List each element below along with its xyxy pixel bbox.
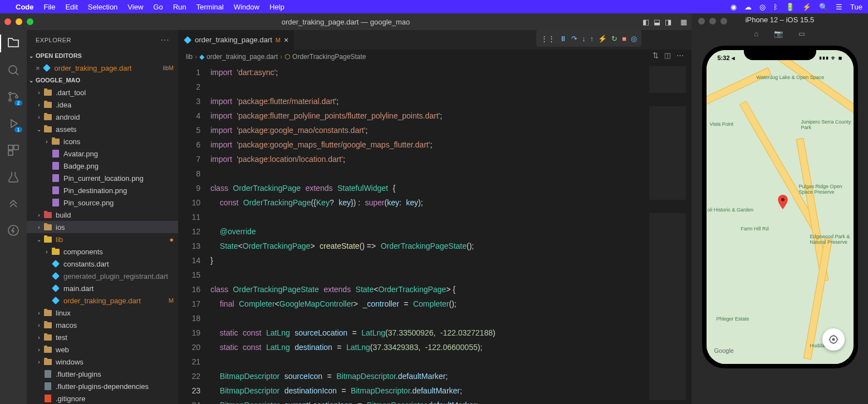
stop-icon[interactable]: ■ [622, 35, 626, 43]
extensions-activity[interactable] [6, 142, 21, 158]
layout-customize-icon[interactable]: ▦ [680, 18, 687, 26]
close-window-button[interactable] [4, 18, 11, 25]
hot-reload-icon[interactable]: ⚡ [598, 35, 607, 43]
svg-point-7 [8, 225, 18, 235]
split-icon[interactable]: ◫ [664, 51, 671, 60]
tree-item[interactable]: ›macos [27, 319, 178, 331]
close-tab-icon[interactable]: × [284, 36, 288, 45]
devtools-icon[interactable]: ◎ [631, 35, 637, 43]
tree-item[interactable]: order_traking_page.dartM [27, 294, 178, 307]
menu-window[interactable]: Window [234, 3, 259, 11]
tree-item[interactable]: ›windows [27, 356, 178, 368]
sim-minimize-button[interactable] [709, 18, 716, 24]
step-into-icon[interactable]: ↓ [582, 35, 586, 43]
home-icon[interactable]: ⌂ [754, 29, 759, 38]
sim-close-button[interactable] [698, 18, 705, 24]
testing-activity[interactable] [6, 169, 21, 185]
code-editor[interactable]: 123456789101112131415161718192021222324 … [178, 64, 692, 404]
sim-maximize-button[interactable] [720, 18, 727, 24]
svg-point-2 [9, 99, 11, 101]
battery-icon[interactable]: 🔋 [786, 3, 795, 11]
restart-icon[interactable]: ↻ [611, 35, 617, 43]
activity-bar: 2 1 [0, 30, 27, 404]
record-icon[interactable]: ◉ [730, 3, 737, 11]
menu-help[interactable]: Help [269, 3, 285, 11]
tree-item[interactable]: ⌄lib● [27, 233, 178, 245]
tree-item[interactable]: constants.dart [27, 258, 178, 270]
source-control-activity[interactable]: 2 [6, 89, 21, 105]
more-icon[interactable]: ⋯ [676, 51, 684, 60]
tree-item[interactable]: Badge.png [27, 160, 178, 172]
debug-toolbar[interactable]: ⋮⋮ ⏸ ↷ ↓ ↑ ⚡ ↻ ■ ◎ [536, 30, 641, 47]
minimap[interactable] [647, 64, 692, 404]
tree-item[interactable]: Pin_source.png [27, 196, 178, 209]
explorer-activity[interactable] [6, 36, 21, 51]
wifi-icon[interactable]: ⚡ [802, 3, 811, 11]
tree-item[interactable]: .flutter-plugins [27, 368, 178, 380]
project-section[interactable]: ⌄GOOGLE_MAO [27, 74, 178, 86]
tree-item[interactable]: Pin_destination.png [27, 184, 178, 196]
tree-item[interactable]: Pin_current_location.png [27, 172, 178, 184]
dart-file-icon [43, 64, 51, 72]
vscode-window: order_traking_page.dart — google_mao ◧ ⬓… [0, 13, 692, 404]
compare-icon[interactable]: ⇅ [653, 51, 659, 60]
menu-terminal[interactable]: Terminal [197, 3, 224, 11]
menu-run[interactable]: Run [173, 3, 187, 11]
step-over-icon[interactable]: ↷ [571, 35, 577, 43]
screenshot-icon[interactable]: 📷 [774, 29, 783, 38]
pause-icon[interactable]: ⏸ [560, 35, 567, 43]
tree-item[interactable]: ›android [27, 111, 178, 123]
close-icon[interactable]: × [36, 64, 40, 72]
menu-edit[interactable]: Edit [65, 3, 77, 11]
tree-item[interactable]: ›.idea [27, 98, 178, 111]
layout-right-icon[interactable]: ◨ [665, 18, 671, 26]
google-map[interactable]: Waterdog Lake & Open Space Vista Point J… [707, 50, 854, 364]
tree-item[interactable]: ›ios [27, 221, 178, 233]
tree-item[interactable]: generated_plugin_registrant.dart [27, 270, 178, 282]
tree-item[interactable]: ›build [27, 209, 178, 221]
map-pin-icon [778, 195, 788, 209]
menu-code[interactable]: Code [16, 3, 34, 11]
tree-item[interactable]: Avatar.png [27, 147, 178, 160]
tree-item[interactable]: .flutter-plugins-dependencies [27, 380, 178, 392]
flutter-activity[interactable] [6, 196, 21, 211]
layout-bottom-icon[interactable]: ⬓ [654, 18, 660, 26]
tree-item[interactable]: ›components [27, 245, 178, 258]
open-editors-section[interactable]: ⌄OPEN EDITORS [27, 50, 178, 62]
tree-item[interactable]: ›web [27, 343, 178, 356]
tree-item[interactable]: .gitignore [27, 392, 178, 404]
locate-button[interactable] [822, 328, 845, 351]
rotate-icon[interactable]: ▭ [798, 29, 805, 38]
bolt-activity[interactable] [6, 223, 21, 238]
layout-left-icon[interactable]: ◧ [643, 18, 649, 26]
menu-go[interactable]: Go [153, 3, 163, 11]
tree-item[interactable]: ›icons [27, 135, 178, 147]
search-activity[interactable] [6, 62, 21, 78]
editor-tab[interactable]: order_traking_page.dart M × [178, 30, 295, 50]
cloud-icon[interactable]: ☁ [744, 3, 752, 11]
tree-item[interactable]: ›.dart_tool [27, 86, 178, 98]
maximize-window-button[interactable] [27, 18, 33, 25]
file-icon [51, 139, 60, 145]
explorer-more-icon[interactable]: ⋯ [160, 35, 170, 45]
breadcrumb[interactable]: lib› ◆order_traking_page.dart› ⬡OrderTra… [178, 50, 692, 64]
drag-handle-icon[interactable]: ⋮⋮ [541, 35, 555, 43]
menu-selection[interactable]: Selection [88, 3, 117, 11]
menu-view[interactable]: View [127, 3, 143, 11]
search-icon[interactable]: 🔍 [819, 3, 828, 11]
minimize-window-button[interactable] [16, 18, 22, 25]
step-out-icon[interactable]: ↑ [590, 35, 594, 43]
tree-item[interactable]: ⌄assets [27, 123, 178, 135]
google-logo: Google [714, 347, 734, 354]
bluetooth-icon[interactable]: ᛒ [773, 3, 778, 11]
tree-item[interactable]: ›linux [27, 307, 178, 319]
camera-icon[interactable]: ◎ [759, 3, 766, 11]
tree-item[interactable]: main.dart [27, 282, 178, 294]
open-editor-item[interactable]: × order_traking_page.dart lib M [27, 62, 178, 74]
menu-file[interactable]: File [44, 3, 56, 11]
tree-item[interactable]: ›test [27, 331, 178, 343]
run-debug-activity[interactable]: 1 [6, 116, 21, 131]
svg-rect-6 [8, 151, 13, 155]
control-center-icon[interactable]: ☰ [836, 3, 842, 11]
phone-screen[interactable]: 5:32 ◂ ▮▮▮ ᯤ ■ Waterdog Lake & Open Spac… [707, 50, 854, 364]
